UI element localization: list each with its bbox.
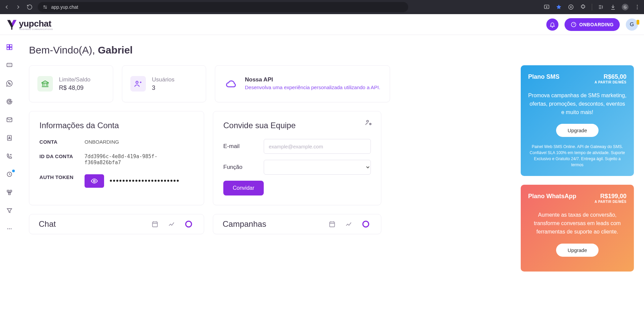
plan-wa-period: A PARTIR DE/MÊS (594, 200, 626, 204)
svg-rect-29 (330, 222, 335, 227)
svg-rect-10 (7, 47, 9, 50)
campaigns-view-trend-button[interactable] (343, 218, 355, 230)
browser-menu-icon[interactable] (634, 4, 641, 10)
balance-label: Limite/Saldo (59, 76, 91, 83)
account-name-key: CONTA (39, 139, 85, 145)
sidebar-item-integrations[interactable] (5, 188, 13, 196)
svg-rect-18 (10, 190, 12, 192)
plan-wa-upgrade-button[interactable]: Upgrade (556, 244, 599, 257)
svg-rect-27 (153, 222, 158, 227)
app-logo-subtitle: BUSINESS COMMUNICATIONS (20, 28, 53, 30)
media-controls-icon[interactable] (598, 4, 604, 10)
role-label: Função (223, 164, 264, 171)
account-info-title: Informações da Conta (39, 121, 194, 130)
sidebar-nav (0, 35, 19, 323)
plan-wa-price: R$199,00 (594, 193, 626, 200)
browser-chrome: app.yup.chat G (0, 0, 644, 14)
campaigns-view-donut-button[interactable] (360, 218, 372, 230)
bell-icon (549, 22, 555, 28)
svg-point-20 (7, 228, 8, 229)
bank-icon (37, 76, 53, 92)
chat-title: Chat (39, 219, 56, 229)
onboarding-pill-button[interactable]: ONBOARDING (565, 18, 620, 31)
team-settings-button[interactable] (365, 119, 372, 128)
plan-sms-upgrade-button[interactable]: Upgrade (556, 124, 599, 137)
gauge-icon (571, 22, 577, 28)
sidebar-item-email[interactable] (5, 116, 13, 124)
install-app-icon[interactable] (543, 4, 550, 10)
donut-icon (361, 220, 370, 228)
invite-title: Convide sua Equipe (223, 121, 371, 130)
downloads-icon[interactable] (610, 4, 616, 10)
extensions-icon[interactable] (580, 4, 586, 10)
plan-wa-name: Plano WhatsApp (528, 193, 576, 200)
welcome-greeting: Bem-Vindo(A), (29, 44, 98, 56)
app-logo-text: yupchat (19, 19, 53, 29)
svg-point-21 (9, 228, 10, 229)
notifications-button[interactable] (546, 19, 558, 31)
plan-wa-description: Aumente as taxas de conversão, transform… (528, 211, 626, 236)
sidebar-item-voice[interactable] (5, 152, 13, 160)
svg-point-23 (136, 81, 138, 83)
sidebar-item-sms[interactable] (5, 61, 13, 69)
invite-submit-button[interactable]: Convidar (223, 181, 264, 195)
trend-icon (345, 220, 353, 228)
invite-email-input[interactable] (264, 139, 371, 154)
stat-card-api[interactable]: Nossa API Desenvolva uma experiência per… (215, 65, 390, 102)
chat-view-trend-button[interactable] (166, 218, 178, 230)
users-value: 3 (152, 84, 174, 92)
profile-avatar[interactable]: G (626, 19, 638, 31)
sidebar-item-filter[interactable] (5, 207, 13, 215)
browser-url-bar[interactable]: app.yup.chat (38, 2, 408, 12)
main-content: Bem-Vindo(A), Gabriel Limite/Saldo R$ 48… (19, 35, 644, 323)
users-label: Usuários (152, 76, 174, 83)
calendar-icon (151, 220, 159, 228)
plan-sms-description: Promova campanhas de SMS marketing, ofer… (528, 92, 626, 116)
svg-rect-8 (7, 45, 9, 47)
svg-point-28 (186, 221, 191, 227)
reveal-token-button[interactable] (85, 174, 104, 188)
chat-view-donut-button[interactable] (183, 218, 194, 230)
browser-back-button[interactable] (3, 4, 10, 10)
svg-point-5 (637, 7, 638, 7)
bookmark-star-icon[interactable] (555, 4, 562, 10)
onboarding-label: ONBOARDING (579, 22, 614, 27)
sidebar-item-more[interactable] (5, 225, 13, 233)
account-id-value: 7dd3996c-4e8d-419a-985f-f369a826bfa7 (85, 153, 194, 166)
plan-sms-footer: Painel Web SMS Online. API de Gateway do… (528, 144, 626, 168)
campaigns-view-calendar-button[interactable] (326, 218, 338, 230)
browser-profile-badge[interactable]: G (622, 4, 629, 10)
campaigns-panel-header: Campanhas (213, 214, 381, 234)
sidebar-item-analytics[interactable] (5, 170, 13, 178)
calendar-icon (328, 220, 336, 228)
invite-team-panel: Convide sua Equipe E-mail Função Convida… (213, 111, 381, 205)
browser-forward-button[interactable] (15, 4, 22, 10)
sidebar-item-google[interactable] (5, 98, 13, 106)
account-info-panel: Informações da Conta CONTA ONBOARDING ID… (29, 111, 204, 205)
chat-panel-header: Chat (29, 214, 204, 234)
email-label: E-mail (223, 143, 264, 150)
svg-point-22 (11, 228, 12, 229)
invite-role-select[interactable] (264, 160, 371, 175)
campaigns-title: Campanhas (223, 219, 266, 229)
plan-sms-period: A PARTIR DE/MÊS (594, 80, 626, 84)
api-description: Desenvolva uma experiência personalizada… (245, 84, 380, 92)
svg-point-1 (45, 7, 46, 8)
sidebar-item-contacts[interactable] (5, 134, 13, 142)
sidebar-item-whatsapp[interactable] (5, 79, 13, 87)
plan-card-whatsapp: Plano WhatsApp R$199,00 A PARTIR DE/MÊS … (521, 185, 634, 271)
browser-reload-button[interactable] (26, 4, 33, 10)
site-settings-icon[interactable] (42, 4, 48, 10)
svg-point-0 (44, 6, 45, 7)
chat-view-calendar-button[interactable] (149, 218, 161, 230)
auth-token-masked: ●●●●●●●●●●●●●●●●●●●●●● (109, 178, 180, 183)
plan-card-sms: Plano SMS R$65,00 A PARTIR DE/MÊS Promov… (521, 65, 634, 176)
svg-point-6 (637, 8, 638, 9)
svg-rect-17 (7, 190, 9, 192)
svg-point-30 (363, 221, 368, 227)
app-logo[interactable]: yupchat BUSINESS COMMUNICATIONS (6, 19, 53, 30)
new-tab-plus-icon[interactable] (568, 4, 574, 10)
sidebar-item-dashboard[interactable] (5, 43, 13, 51)
svg-rect-11 (10, 47, 12, 50)
trend-icon (168, 220, 175, 228)
